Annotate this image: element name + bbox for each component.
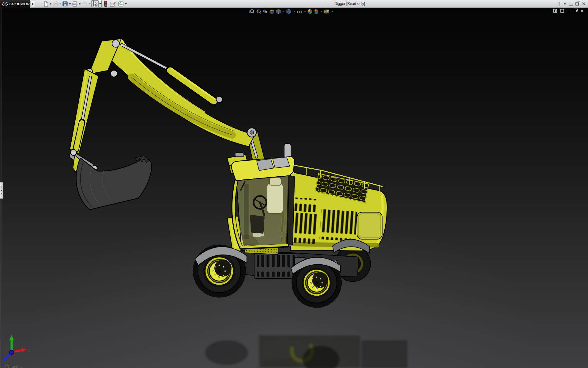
floor-reflection xyxy=(205,335,407,368)
collapse-arrow-icon xyxy=(1,190,2,191)
open-folder-icon xyxy=(52,1,58,7)
cab[interactable] xyxy=(233,175,295,248)
pane-left-button[interactable] xyxy=(553,9,557,13)
scene-ball-icon xyxy=(314,9,319,14)
view-orientation-label: *Dimetric xyxy=(5,364,22,368)
doc-close-button[interactable]: ✕ xyxy=(580,10,584,13)
3ds-logo-mark: ƐS xyxy=(2,2,8,6)
save-floppy-icon xyxy=(62,1,68,7)
collapse-arrow-icon xyxy=(1,193,2,195)
select-button[interactable] xyxy=(91,0,99,7)
restore-button[interactable] xyxy=(575,2,579,6)
feature-manager-collapse-handle[interactable] xyxy=(0,182,3,199)
undo-button[interactable] xyxy=(81,0,88,7)
new-dropdown[interactable] xyxy=(49,0,52,7)
triad-y-axis xyxy=(9,335,14,340)
document-window-controls: ✕ xyxy=(553,9,584,13)
view-orientation-cube-icon xyxy=(276,9,281,14)
seat xyxy=(267,183,283,213)
zoom-to-area-button[interactable] xyxy=(255,9,261,14)
close-button[interactable]: ✕ xyxy=(582,2,586,6)
titlebar: ƐS SOLIDWORKS xyxy=(0,0,588,8)
display-style-button[interactable] xyxy=(286,9,292,14)
print-button[interactable] xyxy=(71,0,78,7)
options-button[interactable] xyxy=(118,0,124,7)
new-button[interactable] xyxy=(43,0,49,7)
eyeglasses-icon xyxy=(296,9,303,14)
file-properties-button[interactable] xyxy=(109,0,116,7)
new-document-icon xyxy=(43,1,49,7)
edit-appearance-button[interactable] xyxy=(307,9,313,14)
print-dropdown[interactable] xyxy=(78,0,81,7)
bucket[interactable] xyxy=(76,156,152,210)
heads-up-view-toolbar xyxy=(249,9,334,14)
reference-triad: X Z xyxy=(2,335,31,366)
view-settings-button[interactable] xyxy=(324,9,330,14)
save-button[interactable] xyxy=(62,0,68,7)
pane-right-button[interactable] xyxy=(560,9,564,13)
view-orientation-button[interactable] xyxy=(276,9,281,14)
previous-view-icon xyxy=(262,9,268,14)
triad-x-label: X xyxy=(27,348,31,353)
display-style-dropdown[interactable] xyxy=(293,11,296,12)
file-properties-icon xyxy=(110,1,116,7)
display-style-cube-icon xyxy=(286,9,292,14)
previous-view-button[interactable] xyxy=(262,9,268,14)
hide-show-items-dropdown[interactable] xyxy=(303,11,306,12)
undo-dropdown[interactable] xyxy=(88,0,91,7)
section-view-button[interactable] xyxy=(269,9,275,14)
graphics-viewport[interactable]: X Z xyxy=(0,8,588,368)
help-dropdown[interactable] xyxy=(563,0,566,7)
printer-icon xyxy=(72,1,78,7)
expand-arrow-icon xyxy=(32,3,33,5)
window-title: Digger [Read-only] xyxy=(334,2,365,6)
open-button[interactable] xyxy=(52,0,59,7)
collapse-arrow-icon xyxy=(1,186,2,188)
hide-show-items-button[interactable] xyxy=(296,9,303,14)
minimize-button[interactable] xyxy=(569,5,573,6)
select-dropdown[interactable] xyxy=(99,0,102,8)
traffic-light-icon xyxy=(104,1,107,7)
zoom-to-fit-icon xyxy=(249,9,254,14)
boom-arm[interactable] xyxy=(101,39,255,147)
view-orientation-dropdown[interactable] xyxy=(282,11,285,12)
select-cursor-icon xyxy=(92,1,98,7)
window-controls: ? ✕ xyxy=(558,0,586,8)
view-settings-icon xyxy=(324,9,330,14)
dipper-arm[interactable] xyxy=(70,69,99,154)
triad-x-axis xyxy=(21,348,26,352)
doc-minimize-button[interactable] xyxy=(567,12,570,13)
zoom-to-fit-button[interactable] xyxy=(249,9,254,14)
view-settings-dropdown[interactable] xyxy=(331,11,334,12)
open-dropdown[interactable] xyxy=(59,0,62,7)
appearance-ball-icon xyxy=(307,9,313,14)
save-dropdown[interactable] xyxy=(68,0,71,7)
rear-window xyxy=(357,212,382,239)
doc-restore-button[interactable] xyxy=(574,10,577,12)
help-button[interactable]: ? xyxy=(558,2,561,6)
rebuild-button[interactable] xyxy=(104,0,108,7)
zoom-to-area-icon xyxy=(255,9,261,14)
apply-scene-button[interactable] xyxy=(314,9,319,14)
section-view-icon xyxy=(269,9,275,14)
apply-scene-dropdown[interactable] xyxy=(320,11,323,12)
undo-arrow-icon xyxy=(81,1,88,7)
logo-text-bold: SOLID xyxy=(9,2,21,6)
main-toolbar xyxy=(43,0,127,8)
menu-expand-button[interactable] xyxy=(30,1,35,7)
digger-3d-model[interactable]: X Z xyxy=(0,8,588,368)
solidworks-logo: ƐS SOLIDWORKS xyxy=(0,0,30,8)
options-dropdown[interactable] xyxy=(124,0,127,7)
options-checklist-icon xyxy=(118,1,124,7)
triad-z-label: Z xyxy=(2,362,5,366)
